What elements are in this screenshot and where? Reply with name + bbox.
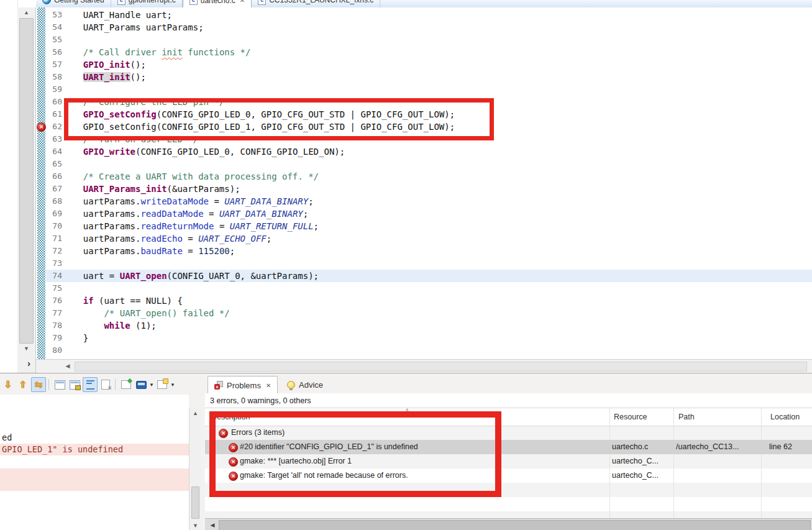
line-number: 66 [46, 170, 62, 183]
scroll-lock-icon[interactable] [68, 378, 81, 391]
close-icon[interactable]: ✕ [266, 382, 271, 389]
switch-console-icon[interactable]: ⇆ [31, 377, 46, 392]
tab-label: uartecho.c [201, 0, 235, 5]
scroll-left-icon[interactable]: ◀ [208, 519, 217, 530]
line-number: 53 [46, 9, 62, 21]
code-line-70: uartParams.readReturnMode = UART_RETURN_… [62, 220, 319, 232]
display-console-icon[interactable] [134, 378, 148, 391]
pin-console-icon[interactable] [119, 378, 133, 391]
tab-label: CC1352R1_LAUNCHXL_fxns.c [269, 0, 373, 4]
tab-advice[interactable]: Advice [281, 376, 329, 393]
annotation-rectangle-problems [209, 411, 501, 497]
tab-problems-label: Problems [227, 381, 261, 390]
line-number: 75 [46, 282, 62, 295]
code-line-68: uartParams.writeDataMode = UART_DATA_BIN… [62, 195, 314, 208]
line-number: 72 [46, 245, 62, 257]
line-number: 79 [46, 332, 62, 344]
editor-horizontal-scrollbar[interactable]: ◀ [36, 359, 812, 372]
line-number: 76 [46, 295, 62, 307]
console-vertical-scrollbar[interactable]: ▲ ▼ [189, 408, 201, 530]
left-view-edge [0, 0, 18, 373]
scrollbar-thumb[interactable] [219, 520, 811, 530]
line-number: 80 [46, 344, 62, 357]
dropdown-arrow-icon[interactable]: ▼ [170, 382, 175, 388]
code-editor[interactable]: 53 UART_Handle uart;54 UART_Params uartP… [36, 7, 812, 359]
previous-item-icon[interactable]: ⇧ [16, 378, 30, 391]
line-number: 56 [46, 46, 62, 58]
tab-problems[interactable]: x Problems ✕ [208, 376, 278, 395]
editor-tabs: Getting Startedcgpiointerrupt.ccuartecho… [36, 0, 380, 7]
code-line-57: GPIO_init(); [62, 58, 146, 71]
scroll-up-icon[interactable]: ▲ [189, 408, 201, 418]
editor-tab-getting-started[interactable]: Getting Started [36, 0, 111, 7]
lightbulb-icon [287, 381, 295, 389]
line-number: 59 [46, 83, 62, 96]
line-number: 64 [46, 145, 62, 158]
code-line-56: /* Call driver init functions */ [62, 46, 250, 58]
code-line-79: } [62, 332, 88, 344]
scrollbar-thumb[interactable] [191, 487, 199, 519]
cell-resource: uartecho_C... [612, 468, 672, 483]
line-number: 61 [46, 108, 62, 121]
tab-advice-label: Advice [299, 380, 323, 390]
line-number: 70 [46, 220, 62, 232]
show-console-icon[interactable] [53, 378, 66, 391]
scroll-down-icon[interactable]: ▼ [17, 344, 35, 354]
c-file-icon: c [258, 0, 266, 5]
annotation-rectangle-editor [64, 98, 494, 140]
restore-view-icon[interactable]: › [27, 358, 30, 368]
toolbar-separator [115, 379, 116, 390]
globe-icon [42, 0, 51, 4]
c-file-icon: c [189, 0, 198, 5]
open-console-icon[interactable] [155, 378, 169, 391]
code-line-72: uartParams.baudRate = 115200; [62, 245, 235, 257]
line-number: 67 [46, 183, 62, 195]
toolbar-separator [48, 379, 49, 390]
code-line-53: UART_Handle uart; [62, 9, 172, 21]
line-number: 62 [46, 121, 62, 133]
code-area[interactable]: 53 UART_Handle uart;54 UART_Params uartP… [36, 7, 812, 359]
tab-label: gpiointerrupt.c [129, 0, 176, 4]
scroll-up-icon[interactable]: ▲ [17, 7, 35, 17]
dropdown-arrow-icon[interactable]: ▼ [149, 382, 154, 388]
cell-resource: uartecho_C... [612, 454, 672, 468]
cell-location: line 62 [769, 440, 810, 454]
line-number: 58 [46, 71, 62, 83]
editor-vertical-scrollbar[interactable]: ▲ ▼ [17, 7, 36, 373]
code-line-58: UART_init(); [62, 71, 146, 83]
editor-tab-gpiointerrupt-c[interactable]: cgpiointerrupt.c [111, 0, 183, 7]
console-line: ed [2, 432, 12, 444]
code-line-78: while (1); [62, 319, 157, 332]
word-wrap-icon[interactable] [83, 377, 98, 392]
tab-label: Getting Started [54, 0, 104, 4]
console-output[interactable]: edGPIO_LED_1" is undefined [0, 395, 189, 530]
line-number: 57 [46, 58, 62, 71]
line-number: 60 [46, 96, 62, 108]
scrollbar-thumb[interactable] [75, 362, 807, 372]
code-line-71: uartParams.readEcho = UART_ECHO_OFF; [62, 232, 271, 245]
line-number: 74 [46, 270, 62, 282]
cell-path: /uartecho_CC13... [676, 440, 759, 454]
line-number: 73 [46, 257, 62, 270]
next-item-icon[interactable]: ⇩ [1, 378, 15, 391]
editor-tab-cc1352r1_launchxl_fxns-c[interactable]: cCC1352R1_LAUNCHXL_fxns.c [252, 0, 380, 7]
error-marker-icon[interactable]: ✕ [37, 122, 46, 132]
problems-horizontal-scrollbar[interactable]: ◀ [205, 518, 812, 530]
line-number: 65 [46, 158, 62, 170]
scrollbar-thumb[interactable] [19, 18, 34, 344]
code-line-74: uart = UART_open(CONFIG_UART_0, &uartPar… [62, 270, 319, 282]
line-number: 63 [46, 133, 62, 145]
code-line-partial: /* Loop forever echoing */ [62, 357, 240, 359]
code-line-67: UART_Params_init(&uartParams); [62, 183, 240, 195]
line-number: 77 [46, 307, 62, 319]
c-file-icon: c [117, 0, 125, 5]
line-number: 54 [46, 21, 62, 34]
code-line-69: uartParams.readDataMode = UART_DATA_BINA… [62, 208, 308, 220]
scroll-left-icon[interactable]: ◀ [62, 360, 73, 372]
close-icon[interactable]: ✕ [240, 0, 245, 4]
scroll-down-icon[interactable]: ▼ [189, 521, 201, 530]
line-number: 71 [46, 232, 62, 245]
line-number: 68 [46, 195, 62, 208]
editor-tab-uartecho-c[interactable]: cuartecho.c✕ [183, 0, 252, 8]
clear-console-icon[interactable] [99, 378, 112, 391]
